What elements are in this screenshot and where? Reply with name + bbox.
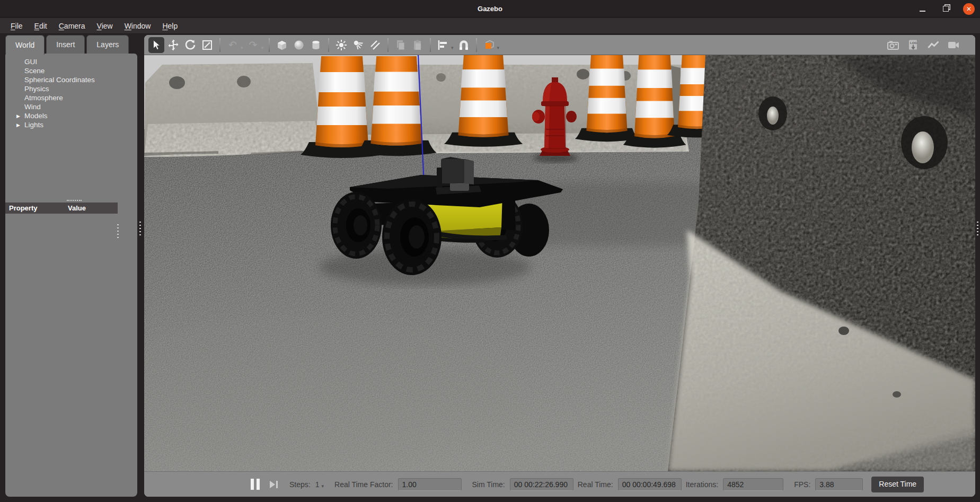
tab-world[interactable]: World (5, 35, 45, 55)
steps-value[interactable]: 1 (315, 480, 320, 489)
directional-light-icon[interactable] (367, 37, 383, 53)
panel-splitter-handle[interactable] (67, 200, 82, 201)
tree-item-wind[interactable]: Wind (5, 102, 137, 111)
panel-scrollbar-handle[interactable] (117, 224, 119, 238)
scene-3d-render[interactable] (144, 55, 975, 471)
redo-icon[interactable]: ↷ (245, 37, 261, 53)
snap-icon[interactable] (456, 37, 472, 53)
point-light-icon[interactable] (333, 37, 349, 53)
property-column-header[interactable]: Property (5, 204, 68, 212)
toolbar-separator (269, 38, 270, 52)
log-record-icon[interactable]: LOG (905, 37, 921, 53)
sim-time-field[interactable]: 00 00:22:26.990 (510, 478, 573, 491)
tree-item-scene[interactable]: Scene (5, 66, 137, 75)
sidebar-tabs: World Insert Layers (5, 35, 129, 54)
expand-arrow-icon[interactable]: ▶ (16, 121, 20, 130)
iterations-field[interactable]: 4852 (723, 478, 783, 491)
align-caret-icon[interactable]: ▾ (451, 45, 454, 50)
tab-insert[interactable]: Insert (46, 35, 85, 54)
toolbar-separator (430, 38, 431, 52)
tree-item-atmosphere[interactable]: Atmosphere (5, 93, 137, 102)
render-viewport: ↶ ▾ ↷ ▾ (144, 35, 975, 497)
copy-icon[interactable] (393, 37, 409, 53)
window-title: Gazebo (0, 0, 980, 17)
real-time-field[interactable]: 00 00:00:49.698 (618, 478, 682, 491)
menu-edit[interactable]: Edit (29, 20, 53, 32)
value-column-header[interactable]: Value (68, 204, 86, 212)
menu-window[interactable]: Window (119, 20, 157, 32)
expand-arrow-icon[interactable]: ▶ (16, 112, 20, 121)
world-panel: GUI Scene Spherical Coordinates Physics … (5, 54, 137, 497)
tree-item-models[interactable]: ▶Models (5, 111, 137, 120)
box-icon[interactable] (274, 37, 290, 53)
window-edge-handle[interactable] (977, 222, 978, 235)
jersey-barrier-left (144, 63, 322, 157)
menu-view[interactable]: View (91, 20, 119, 32)
screenshot-icon[interactable] (885, 37, 901, 53)
toolbar-separator (387, 38, 389, 52)
rtf-field[interactable]: 1.00 (398, 478, 462, 491)
svg-text:LOG: LOG (910, 40, 917, 44)
video-record-icon[interactable] (946, 37, 961, 53)
real-time-label: Real Time: (578, 480, 613, 489)
tab-layers[interactable]: Layers (86, 35, 129, 54)
pause-button[interactable] (251, 479, 260, 490)
close-button[interactable]: ✕ (963, 3, 975, 15)
titlebar: Gazebo ✕ (0, 0, 980, 17)
tree-item-gui[interactable]: GUI (5, 57, 137, 66)
spot-light-icon[interactable] (350, 37, 366, 53)
toolbar-separator (219, 38, 220, 52)
iterations-label: Iterations: (686, 480, 718, 489)
scale-icon[interactable] (199, 37, 215, 53)
steps-label: Steps: (289, 480, 311, 489)
toolbar-separator (476, 38, 477, 52)
render-toolbar: ↶ ▾ ↷ ▾ (144, 35, 975, 55)
undo-history-caret-icon[interactable]: ▾ (241, 45, 243, 50)
restore-button[interactable] (940, 3, 951, 15)
tree-item-lights[interactable]: ▶Lights (5, 120, 137, 129)
menubar: File Edit Camera View Window Help (0, 18, 980, 34)
tree-item-spherical-coordinates[interactable]: Spherical Coordinates (5, 75, 137, 84)
view-angle-caret-icon[interactable]: ▾ (497, 45, 500, 50)
paste-icon[interactable] (410, 37, 426, 53)
undo-icon[interactable]: ↶ (225, 37, 241, 53)
gazebo-window: Gazebo ✕ File Edit Camera View Window He… (0, 0, 980, 502)
world-tree: GUI Scene Spherical Coordinates Physics … (5, 54, 137, 129)
property-table-header: Property Value (5, 202, 118, 214)
menu-camera[interactable]: Camera (53, 20, 91, 32)
view-angle-icon[interactable] (481, 37, 497, 53)
align-icon[interactable] (435, 37, 451, 53)
rotate-icon[interactable] (182, 37, 198, 53)
plot-icon[interactable] (925, 37, 941, 53)
step-button[interactable] (270, 481, 278, 488)
jersey-barrier-right (668, 55, 975, 471)
select-arrow-icon[interactable] (148, 37, 164, 53)
toolbar-separator (328, 38, 329, 52)
menu-help[interactable]: Help (156, 20, 183, 32)
sim-time-label: Sim Time: (472, 480, 505, 489)
tree-item-physics[interactable]: Physics (5, 84, 137, 93)
redo-history-caret-icon[interactable]: ▾ (261, 45, 264, 50)
steps-caret-icon[interactable]: ▾ (322, 483, 324, 489)
minimize-button[interactable] (916, 3, 928, 15)
cylinder-icon[interactable] (308, 37, 324, 53)
sphere-icon[interactable] (291, 37, 307, 53)
reset-time-button[interactable]: Reset Time (871, 477, 924, 492)
translate-icon[interactable] (165, 37, 181, 53)
fps-field[interactable]: 3.88 (815, 478, 863, 491)
rtf-label: Real Time Factor: (334, 480, 393, 489)
fps-label: FPS: (794, 480, 810, 489)
menu-file[interactable]: File (5, 20, 29, 32)
simulation-statusbar: Steps: 1 ▾ Real Time Factor: 1.00 Sim Ti… (144, 471, 975, 497)
dock-splitter-handle[interactable] (139, 222, 141, 235)
